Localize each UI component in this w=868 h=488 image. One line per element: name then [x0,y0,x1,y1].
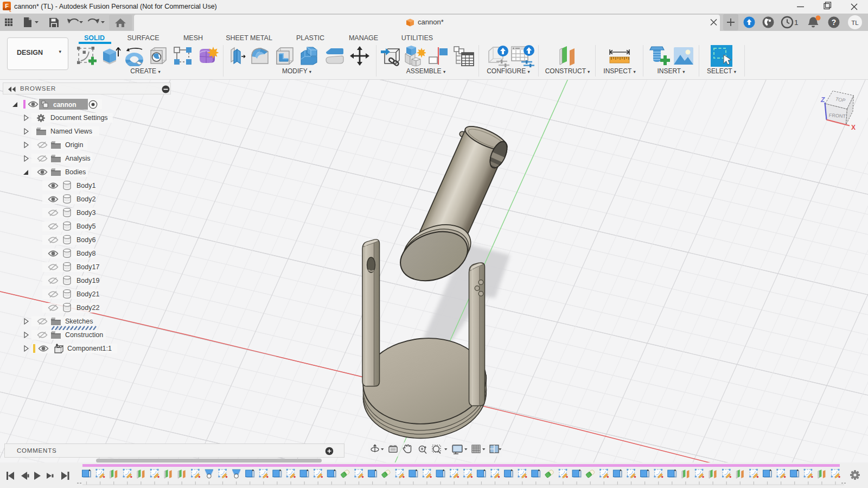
svg-text:TL: TL [851,20,859,26]
svg-text:Z: Z [820,96,825,104]
svg-text:X: X [851,124,856,131]
svg-text:F: F [5,3,9,9]
svg-text:?: ? [832,18,837,27]
svg-text:1: 1 [794,18,799,27]
